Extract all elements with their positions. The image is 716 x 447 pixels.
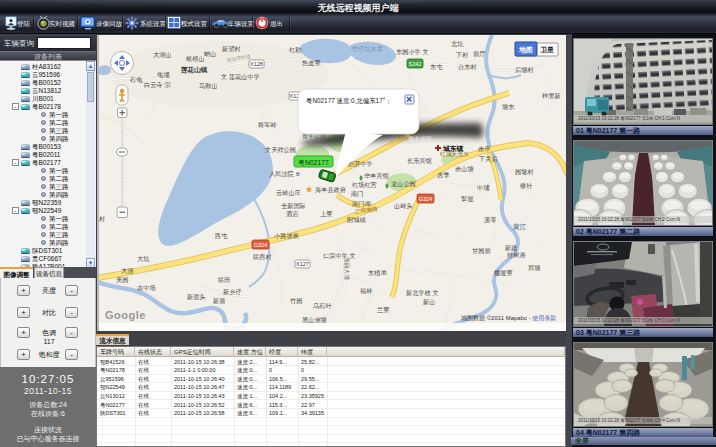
svg-text:联西村: 联西村 — [253, 253, 272, 261]
svg-text:赤岸: 赤岸 — [478, 145, 490, 153]
svg-text:新厝: 新厝 — [212, 297, 225, 305]
svg-text:S242: S242 — [409, 61, 422, 67]
svg-text:文天祥公园: 文天祥公园 — [265, 146, 296, 154]
svg-text:新山: 新山 — [422, 298, 435, 305]
svg-text:大湖山: 大湖山 — [153, 51, 172, 58]
svg-text:新渡头: 新渡头 — [186, 293, 206, 301]
svg-text:将军岭: 将军岭 — [257, 121, 277, 128]
svg-text:溪零: 溪零 — [484, 216, 496, 224]
svg-text:园墩村: 园墩村 — [515, 168, 534, 176]
svg-text:蚋山: 蚋山 — [204, 50, 216, 57]
svg-text:银根山: 银根山 — [185, 55, 205, 62]
svg-text:福林: 福林 — [360, 287, 373, 295]
svg-text:石龟: 石龟 — [129, 76, 143, 84]
svg-text:大坑: 大坑 — [137, 255, 150, 263]
svg-text:G324: G324 — [419, 196, 432, 202]
svg-text:2011/10/15 10:22:28 粤N02177 第4: 2011/10/15 10:22:28 粤N02177 第4路 CH:4 Com… — [578, 418, 680, 423]
svg-text:粤N02177: 粤N02177 — [298, 159, 329, 166]
svg-text:龙山公园: 龙山公园 — [391, 180, 416, 188]
svg-text:联田: 联田 — [218, 276, 230, 284]
svg-text:梓里新: 梓里新 — [542, 92, 561, 99]
svg-text:兰寮: 兰寮 — [377, 306, 389, 313]
svg-text:附城镇: 附城镇 — [347, 216, 366, 224]
svg-text:2011/10/15 10:22:28 粤N02177 第2: 2011/10/15 10:22:28 粤N02177 第2路 CH:2 Com… — [578, 217, 680, 222]
svg-text:黑山洲塘: 黑山洲塘 — [302, 316, 328, 324]
svg-text:楼社: 楼社 — [520, 182, 533, 189]
svg-text:南门: 南门 — [351, 190, 363, 197]
svg-text:Google: Google — [105, 309, 146, 321]
svg-text:山岭头: 山岭头 — [394, 202, 413, 209]
svg-text:棚屋寮: 棚屋寮 — [494, 269, 513, 276]
svg-text:竹园: 竹园 — [290, 297, 302, 305]
svg-text:红场红宫: 红场红宫 — [352, 181, 377, 189]
svg-text:红勘: 红勘 — [289, 46, 301, 53]
svg-text:2011/10/15 10:22:28 粤N02177 第1: 2011/10/15 10:22:28 粤N02177 第1路 CH:1 Com… — [578, 116, 680, 121]
svg-text:台东村: 台东村 — [458, 63, 477, 71]
svg-text:前厅: 前厅 — [473, 50, 485, 57]
svg-text:后塘村: 后塘村 — [515, 66, 534, 74]
svg-text:郑塘: 郑塘 — [528, 264, 541, 272]
svg-text:城东镇: 城东镇 — [442, 145, 464, 153]
svg-text:赤山塘: 赤山塘 — [455, 165, 474, 173]
svg-text:文 莲花山中学: 文 莲花山中学 — [221, 73, 260, 81]
svg-text:黄江: 黄江 — [512, 223, 527, 231]
svg-text:2011/10/15 10:22:28 粤N02177 第3: 2011/10/15 10:22:28 粤N02177 第3路 CH:3 Com… — [578, 318, 680, 323]
svg-text:南门湖: 南门湖 — [352, 200, 371, 207]
svg-text:人民法院 ⊕: 人民法院 ⊕ — [269, 170, 300, 178]
svg-text:东园小学 文: 东园小学 文 — [396, 48, 429, 56]
svg-text:农中场: 农中场 — [137, 284, 156, 292]
svg-text:全新国际: 全新国际 — [281, 202, 306, 210]
svg-text:莲花山镇: 莲花山镇 — [180, 66, 208, 74]
svg-text:竹仔坑水库: 竹仔坑水库 — [352, 45, 383, 53]
svg-text:马鞍山: 马鞍山 — [199, 82, 218, 89]
svg-text:掣厘: 掣厘 — [461, 195, 474, 202]
svg-text:热皮寮: 热皮寮 — [302, 59, 321, 67]
svg-text:酒店: 酒店 — [286, 210, 299, 218]
svg-text:长乐宾馆: 长乐宾馆 — [407, 157, 433, 165]
svg-text:村: 村 — [99, 215, 105, 223]
svg-text:卫星: 卫星 — [540, 46, 554, 53]
svg-text:虎季: 虎季 — [437, 171, 450, 179]
svg-text:X127: X127 — [296, 261, 309, 267]
svg-text:西屯: 西屯 — [214, 232, 228, 240]
svg-text:白云寺 宗: 白云寺 宗 — [144, 81, 171, 89]
svg-text:地图: 地图 — [518, 46, 533, 54]
svg-text:下村: 下村 — [456, 51, 468, 59]
svg-text:上寮: 上寮 — [320, 210, 332, 217]
svg-text:G324: G324 — [254, 242, 267, 248]
svg-text:美园: 美园 — [116, 276, 128, 284]
svg-text:新北学校 文: 新北学校 文 — [405, 289, 439, 297]
svg-text:大浪: 大浪 — [121, 267, 134, 275]
svg-text:乌石叶: 乌石叶 — [313, 302, 332, 310]
svg-text:粤N02177 速度:0,北偏东17°；: 粤N02177 速度:0,北偏东17°； — [306, 97, 392, 105]
svg-text:新望村: 新望村 — [221, 45, 241, 53]
svg-text:海丰老区: 海丰老区 — [408, 135, 432, 142]
svg-text:桂树港: 桂树港 — [506, 251, 526, 259]
svg-text:甘园前: 甘园前 — [472, 247, 491, 255]
svg-text:海丽大道: 海丽大道 — [343, 257, 351, 280]
svg-text:新乡仔: 新乡仔 — [222, 288, 242, 296]
svg-text:东植弟: 东植弟 — [368, 269, 387, 277]
svg-text:北坑: 北坑 — [451, 40, 464, 48]
svg-text:小路坡表: 小路坡表 — [274, 232, 300, 240]
svg-text:X128: X128 — [250, 61, 263, 67]
svg-text:中埔: 中埔 — [477, 184, 490, 191]
svg-text:华丰宾馆: 华丰宾馆 — [364, 172, 390, 180]
svg-text:下关后: 下关后 — [479, 155, 498, 163]
svg-text:云岭山庄: 云岭山庄 — [276, 189, 301, 196]
svg-text:人民医院: 人民医院 — [411, 142, 436, 150]
svg-text:塘东: 塘东 — [502, 103, 514, 111]
svg-text:海丰县政府: 海丰县政府 — [315, 186, 346, 194]
svg-text:龟埔: 龟埔 — [157, 71, 170, 78]
svg-text:东屯: 东屯 — [430, 63, 443, 70]
svg-text:地图数据 ©2011 Mapabc - 使用条款: 地图数据 ©2011 Mapabc - 使用条款 — [461, 314, 556, 322]
